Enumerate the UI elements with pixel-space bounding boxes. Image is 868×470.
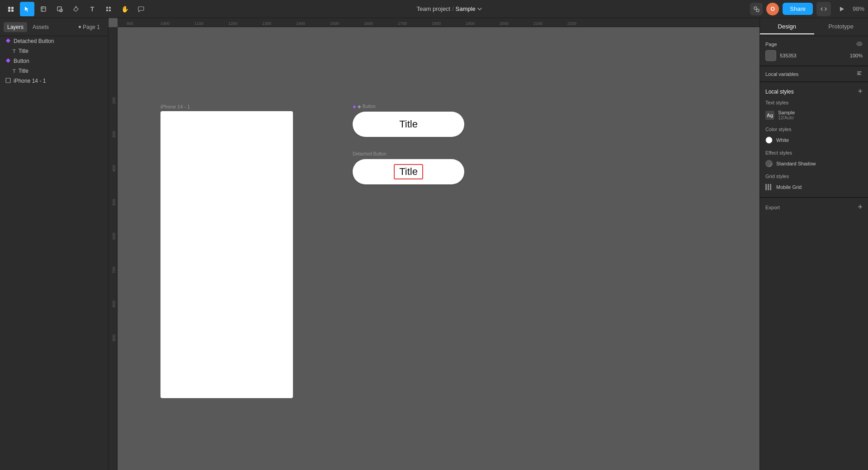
diamond-icon: ◆ — [353, 104, 356, 109]
tab-layers[interactable]: Layers — [4, 22, 27, 32]
style-item-sample[interactable]: Ag Sample 12/Auto — [765, 108, 863, 122]
text-style-icon: Ag — [765, 111, 774, 120]
page-visibility-button[interactable] — [856, 41, 863, 47]
toolbar-center: Team project / Sample — [150, 5, 748, 12]
move-tool-button[interactable] — [20, 2, 34, 16]
horizontal-ruler: 900 1000 1100 1200 1300 1400 1500 1600 1… — [118, 18, 760, 27]
layer-label: Title — [19, 68, 28, 74]
local-styles-title: Local styles — [765, 89, 794, 95]
grid-styles-label: Grid styles — [765, 174, 863, 179]
layers-list: Detached Button T Title Button T Title — [0, 36, 108, 86]
page-name-btn[interactable]: Sample — [456, 5, 482, 12]
comment-tool-button[interactable] — [134, 2, 148, 16]
local-styles-header: Local styles + — [765, 87, 863, 96]
component-icon — [5, 38, 11, 44]
local-styles-add-button[interactable]: + — [858, 87, 863, 96]
svg-point-8 — [60, 9, 62, 12]
effect-style-name: Standard Shadow — [776, 161, 816, 166]
color-style-name: White — [776, 137, 789, 143]
page-color-value: 535353 — [780, 53, 797, 58]
play-button[interactable] — [835, 2, 849, 16]
menu-button[interactable] — [4, 2, 18, 16]
panel-tabs: Layers Assets Page 1 — [0, 18, 108, 36]
layer-item-title2[interactable]: T Title — [0, 66, 108, 76]
shadow-effect-icon — [765, 160, 773, 167]
layer-item-title1[interactable]: T Title — [0, 46, 108, 56]
svg-rect-0 — [8, 7, 10, 9]
detached-title-selected: Title — [394, 164, 423, 179]
svg-rect-10 — [106, 7, 108, 9]
vertical-ruler: 200 300 400 500 600 700 800 900 — [108, 27, 118, 470]
chevron-down-icon — [477, 7, 482, 11]
button-title-text: Title — [399, 118, 418, 130]
page-opacity-value: 100% — [850, 53, 863, 58]
style-item-white[interactable]: White — [765, 135, 863, 146]
text-styles-label: Text styles — [765, 100, 863, 105]
canvas-area[interactable]: 900 1000 1100 1200 1300 1400 1500 1600 1… — [108, 18, 760, 470]
style-item-shadow[interactable]: Standard Shadow — [765, 158, 863, 169]
grid-styles-subsection: Grid styles Mobile Grid — [765, 174, 863, 193]
svg-rect-17 — [6, 78, 10, 83]
hand-tool-button[interactable]: ✋ — [118, 2, 132, 16]
tab-page1[interactable]: Page 1 — [74, 22, 104, 32]
style-item-mobile-grid[interactable]: Mobile Grid — [765, 182, 863, 193]
style-info: Sample 12/Auto — [778, 110, 795, 120]
right-panel-tabs: Design Prototype — [760, 18, 868, 36]
svg-rect-4 — [41, 7, 46, 11]
svg-rect-2 — [8, 9, 10, 12]
layer-label: iPhone 14 - 1 — [14, 78, 46, 84]
collaboration-icon[interactable] — [750, 3, 763, 15]
text-icon: T — [13, 48, 16, 54]
right-panel: Design Prototype Page 535353 100% — [760, 18, 868, 470]
white-color-circle — [765, 136, 773, 144]
color-styles-label: Color styles — [765, 127, 863, 132]
tab-design[interactable]: Design — [760, 19, 814, 34]
layer-item-button[interactable]: Button — [0, 56, 108, 66]
svg-rect-21 — [857, 74, 861, 75]
share-button[interactable]: Share — [783, 3, 813, 15]
frame-tool-button[interactable] — [36, 2, 51, 16]
page-label: Page — [765, 42, 777, 47]
tab-prototype[interactable]: Prototype — [814, 19, 868, 34]
layer-item-iphone[interactable]: iPhone 14 - 1 — [0, 76, 108, 86]
separator: / — [452, 5, 454, 12]
detached-button-pill[interactable]: Title — [353, 159, 464, 184]
effect-styles-label: Effect styles — [765, 150, 863, 155]
svg-rect-11 — [109, 7, 111, 9]
export-add-button[interactable]: + — [858, 202, 863, 212]
effect-styles-subsection: Effect styles Standard Shadow — [765, 150, 863, 169]
variables-icon[interactable] — [856, 70, 863, 78]
project-title: Team project / Sample — [417, 5, 482, 12]
page-section: Page 535353 100% — [760, 36, 868, 66]
iphone-frame — [160, 111, 293, 398]
svg-rect-3 — [11, 9, 14, 12]
svg-rect-13 — [109, 9, 111, 11]
code-button[interactable] — [816, 2, 831, 16]
style-desc: 12/Auto — [778, 115, 795, 120]
components-tool-button[interactable] — [101, 2, 116, 16]
avatar: O — [766, 3, 779, 15]
export-row: Export + — [765, 202, 863, 212]
page-dot — [79, 26, 81, 28]
layer-item-detached-button[interactable]: Detached Button — [0, 36, 108, 46]
page-color-swatch[interactable] — [765, 50, 776, 61]
text-tool-button[interactable]: T — [85, 2, 99, 16]
page-row: Page — [765, 41, 863, 47]
pen-tool-button[interactable] — [69, 2, 83, 16]
zoom-label: 98% — [853, 5, 864, 12]
main-area: Layers Assets Page 1 Detached Button T T… — [0, 18, 868, 470]
shapes-tool-button[interactable] — [52, 2, 67, 16]
button-pill[interactable]: Title — [353, 112, 464, 137]
text-icon: T — [13, 68, 16, 74]
canvas-content: iPhone 14 - 1 ◆ ◆ Button Title Detached … — [118, 27, 760, 470]
layer-label: Detached Button — [14, 38, 54, 44]
style-name: Sample — [778, 110, 795, 115]
svg-rect-19 — [857, 71, 862, 72]
frame-icon — [5, 78, 11, 84]
tab-assets[interactable]: Assets — [29, 22, 52, 32]
detached-button-label: Detached Button — [353, 151, 464, 156]
grid-style-name: Mobile Grid — [776, 184, 802, 190]
grid-style-icon — [765, 183, 773, 191]
export-label: Export — [765, 205, 780, 210]
component-icon — [5, 58, 11, 64]
